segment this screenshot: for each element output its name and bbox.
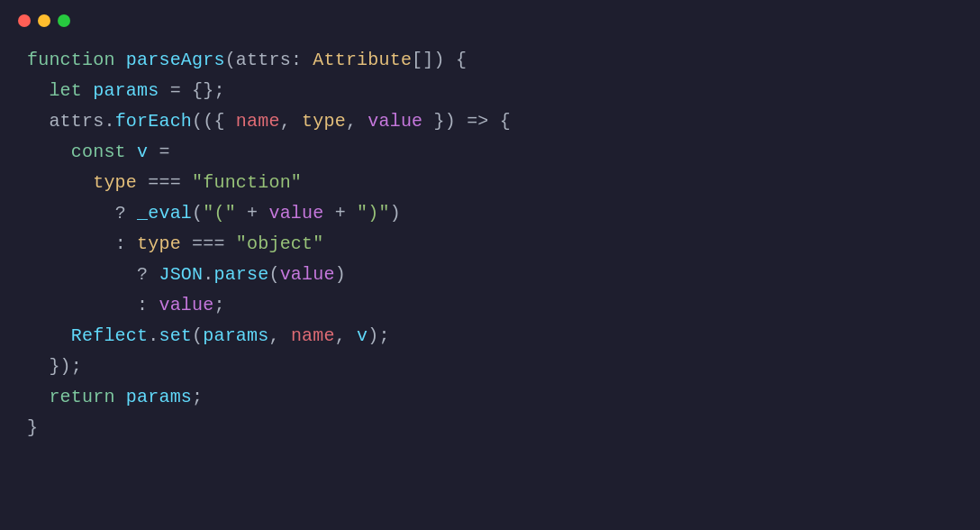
code-editor: function parseAgrs(attrs: Attribute[]) {… — [0, 36, 980, 530]
minimize-icon[interactable] — [38, 14, 50, 27]
code-line-12: return params; — [27, 382, 953, 413]
code-line-3: attrs.forEach(({ name, type, value }) =>… — [27, 106, 953, 137]
code-line-8: ? JSON.parse(value) — [27, 260, 953, 290]
code-line-1: function parseAgrs(attrs: Attribute[]) { — [27, 45, 953, 76]
code-line-4: const v = — [27, 137, 953, 168]
code-line-9: : value; — [27, 290, 953, 321]
maximize-icon[interactable] — [58, 14, 70, 27]
title-bar — [0, 0, 980, 36]
code-line-6: ? _eval("(" + value + ")") — [27, 198, 953, 229]
code-line-13: } — [27, 413, 953, 443]
code-line-10: Reflect.set(params, name, v); — [27, 321, 953, 352]
code-line-2: let params = {}; — [27, 76, 953, 106]
code-line-11: }); — [27, 352, 953, 382]
code-line-7: : type === "object" — [27, 229, 953, 260]
code-line-5: type === "function" — [27, 168, 953, 198]
close-icon[interactable] — [18, 14, 31, 27]
